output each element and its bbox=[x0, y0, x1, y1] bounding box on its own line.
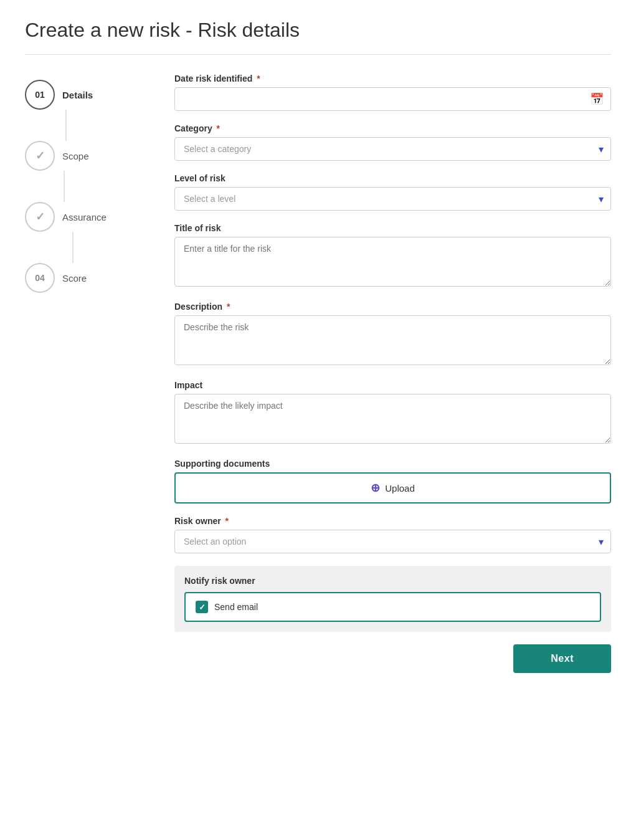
description-required-mark: * bbox=[227, 302, 230, 312]
description-label: Description * bbox=[174, 302, 611, 312]
upload-button[interactable]: ⊕ Upload bbox=[174, 472, 611, 504]
step-circle-assurance: ✓ bbox=[25, 202, 55, 232]
step-connector-2 bbox=[64, 171, 65, 202]
send-email-checkbox[interactable]: ✓ bbox=[196, 601, 208, 613]
step-connector-1 bbox=[65, 110, 67, 141]
next-button[interactable]: Next bbox=[513, 644, 611, 673]
category-label: Category * bbox=[174, 123, 611, 133]
title-label: Title of risk bbox=[174, 223, 611, 233]
section-divider bbox=[25, 54, 611, 55]
step-item-score: 04 Score bbox=[25, 263, 87, 293]
send-email-label: Send email bbox=[214, 602, 258, 612]
step-row-scope: ✓ Scope bbox=[25, 141, 89, 171]
category-select[interactable]: Select a category bbox=[174, 137, 611, 161]
date-label: Date risk identified * bbox=[174, 74, 611, 84]
form-group-date: Date risk identified * 📅 bbox=[174, 74, 611, 111]
plus-circle-icon: ⊕ bbox=[371, 481, 380, 495]
form-group-category: Category * Select a category ▾ bbox=[174, 123, 611, 161]
date-required-mark: * bbox=[257, 74, 260, 84]
content-layout: 01 Details ✓ Scope bbox=[25, 74, 611, 692]
step-row-score: 04 Score bbox=[25, 263, 87, 293]
form-group-title: Title of risk bbox=[174, 223, 611, 289]
level-select-wrapper: Select a level ▾ bbox=[174, 187, 611, 211]
step-check-assurance: ✓ bbox=[36, 210, 45, 224]
category-required-mark: * bbox=[217, 123, 220, 133]
step-label-scope: Scope bbox=[62, 151, 89, 161]
page-title: Create a new risk - Risk details bbox=[25, 19, 611, 42]
footer-actions: Next bbox=[174, 632, 611, 692]
level-select[interactable]: Select a level bbox=[174, 187, 611, 211]
description-textarea[interactable] bbox=[174, 315, 611, 365]
step-item-details: 01 Details bbox=[25, 80, 93, 141]
step-number-details: 01 bbox=[35, 90, 45, 100]
notify-checkbox-row[interactable]: ✓ Send email bbox=[184, 592, 601, 622]
step-label-details: Details bbox=[62, 90, 93, 100]
upload-label: Upload bbox=[385, 483, 415, 494]
step-label-score: Score bbox=[62, 273, 87, 284]
step-circle-details: 01 bbox=[25, 80, 55, 110]
step-number-score: 04 bbox=[35, 273, 45, 283]
stepper-sidebar: 01 Details ✓ Scope bbox=[25, 74, 150, 692]
step-circle-scope: ✓ bbox=[25, 141, 55, 171]
risk-owner-required-mark: * bbox=[225, 516, 229, 526]
step-item-assurance: ✓ Assurance bbox=[25, 202, 107, 263]
risk-owner-select[interactable]: Select an option bbox=[174, 530, 611, 553]
form-group-level: Level of risk Select a level ▾ bbox=[174, 173, 611, 211]
category-select-wrapper: Select a category ▾ bbox=[174, 137, 611, 161]
step-item-scope: ✓ Scope bbox=[25, 141, 89, 202]
step-row-assurance: ✓ Assurance bbox=[25, 202, 107, 232]
step-row-details: 01 Details bbox=[25, 80, 93, 110]
risk-owner-label: Risk owner * bbox=[174, 516, 611, 526]
form-group-risk-owner: Risk owner * Select an option ▾ bbox=[174, 516, 611, 553]
date-input[interactable] bbox=[174, 87, 611, 111]
level-label: Level of risk bbox=[174, 173, 611, 183]
step-connector-3 bbox=[72, 232, 74, 263]
notify-label: Notify risk owner bbox=[184, 576, 601, 586]
risk-owner-select-wrapper: Select an option ▾ bbox=[174, 530, 611, 553]
date-input-wrapper: 📅 bbox=[174, 87, 611, 111]
supporting-label: Supporting documents bbox=[174, 459, 611, 469]
checkmark-icon: ✓ bbox=[199, 603, 206, 612]
form-area: Date risk identified * 📅 Category * Sele… bbox=[174, 74, 611, 692]
notify-section: Notify risk owner ✓ Send email bbox=[174, 566, 611, 632]
impact-textarea[interactable] bbox=[174, 394, 611, 444]
step-circle-score: 04 bbox=[25, 263, 55, 293]
form-group-supporting: Supporting documents ⊕ Upload bbox=[174, 459, 611, 504]
impact-label: Impact bbox=[174, 380, 611, 390]
page-wrapper: Create a new risk - Risk details 01 Deta… bbox=[0, 0, 636, 840]
form-group-description: Description * bbox=[174, 302, 611, 368]
step-label-assurance: Assurance bbox=[62, 212, 107, 222]
step-check-scope: ✓ bbox=[36, 149, 45, 163]
title-textarea[interactable] bbox=[174, 237, 611, 287]
form-group-impact: Impact bbox=[174, 380, 611, 446]
